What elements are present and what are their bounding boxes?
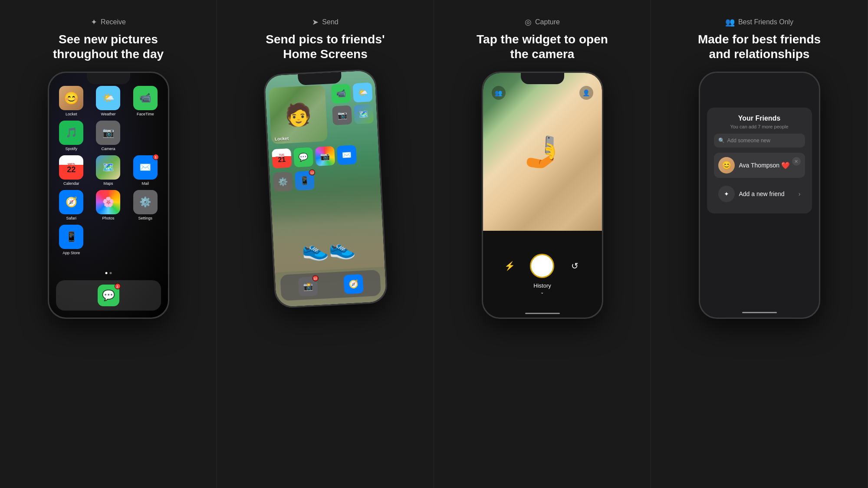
phone-screen-2: 📹 🌤️ 📷 🗺️ 🧑 Locket TUE <box>264 70 387 308</box>
app-maps: 🗺️ Maps <box>92 155 125 186</box>
app-empty1 <box>129 121 161 151</box>
ios-locket-bg: 📹 🌤️ 📷 🗺️ 🧑 Locket TUE <box>264 70 387 308</box>
safari-icon: 🧭 <box>59 190 83 214</box>
friends-icon-btn: 👥 <box>492 86 506 100</box>
camera-top-bar: 👥 👤 <box>483 86 602 100</box>
friends-panel-title: Your Friends <box>714 115 805 122</box>
flash-button[interactable]: ⚡ <box>503 259 516 273</box>
app-label-maps: Maps <box>103 181 113 186</box>
receive-label: Receive <box>101 18 126 26</box>
phone-notch-1 <box>87 73 130 84</box>
panel-send-header: ➤ Send Send pics to friends' Home Screen… <box>256 17 395 61</box>
ava-heart-emoji: ❤️ <box>781 161 790 170</box>
app-label-mail: Mail <box>142 181 149 186</box>
panel-capture: ◎ Capture Tap the widget to open the cam… <box>434 0 651 488</box>
phone-screen-1: 😊 Locket 🌤️ Weather 📹 FaceTime 🎵 <box>49 73 168 318</box>
p2-dock-app1: 📸 12 <box>298 277 318 297</box>
page-dot-1 <box>105 272 107 274</box>
panel-capture-header: ◎ Capture Tap the widget to open the cam… <box>473 17 612 61</box>
capture-label: Capture <box>535 18 560 26</box>
send-arrow-icon: ➤ <box>312 17 319 27</box>
messages-badge: 2 <box>115 283 121 289</box>
panel-best-friends-header: 👥 Best Friends Only Made for best friend… <box>690 17 829 61</box>
phone-receive: 😊 Locket 🌤️ Weather 📹 FaceTime 🎵 <box>48 72 169 319</box>
empty-slot-1 <box>133 121 158 145</box>
shoes-emoji: 👟👟 <box>269 154 385 273</box>
best-friends-title: Made for best friends and relationships <box>690 32 829 61</box>
app-label-appstore: App Store <box>62 251 80 255</box>
profile-icon-btn: 👤 <box>579 86 593 100</box>
settings-icon: ⚙️ <box>133 190 158 214</box>
history-label: History <box>533 282 551 289</box>
history-chevron-icon: ⌄ <box>540 290 544 295</box>
phone-screen-3: 👥 👤 🤳 ⚡ ↺ <box>483 73 602 318</box>
facetime-icon: 📹 <box>133 86 158 110</box>
home-indicator-3 <box>525 313 560 314</box>
capture-title: Tap the widget to open the camera <box>473 32 612 61</box>
capture-circle-icon: ◎ <box>525 17 532 27</box>
app-mail: ✉️ 1 Mail <box>129 155 161 186</box>
locket-widget: 😊 <box>59 86 83 110</box>
camera-controls: ⚡ ↺ History ⌄ <box>483 231 602 318</box>
app-safari: 🧭 Safari <box>55 190 88 220</box>
send-label: Send <box>322 18 338 26</box>
flip-camera-button[interactable]: ↺ <box>568 259 582 273</box>
app-label-camera: Camera <box>101 147 115 151</box>
plus-icon: ✦ <box>724 190 729 197</box>
receive-icon-label: ✦ Receive <box>91 17 126 27</box>
ava-name: Ava Thompson <box>739 162 780 169</box>
add-someone-search[interactable]: 🔍 Add someone new <box>714 134 805 147</box>
app-label-safari: Safari <box>66 216 76 220</box>
receive-title: See new pictures throughout the day <box>39 32 178 61</box>
panel-send: ➤ Send Send pics to friends' Home Screen… <box>217 0 434 488</box>
panel-receive: ✦ Receive See new pictures throughout th… <box>0 0 217 488</box>
calendar-icon: WED 22 <box>59 155 83 180</box>
appstore-icon: 📱 <box>59 225 83 249</box>
phone-notch-3 <box>521 73 564 84</box>
phone-best-friends: Your Friends You can add 7 more people 🔍… <box>699 72 820 319</box>
camera-icon: 📷 <box>96 121 120 145</box>
best-friends-icon-label: 👥 Best Friends Only <box>725 17 793 27</box>
app-camera: 📷 Camera <box>92 121 125 151</box>
photos-icon: 🌸 <box>96 190 120 214</box>
app-label-locket: Locket <box>66 112 77 116</box>
friends-bg: Your Friends You can add 7 more people 🔍… <box>700 73 819 318</box>
p2-weather-icon: 🌤️ <box>352 82 372 102</box>
phone2-locket-label: Locket <box>274 136 289 141</box>
phone-notch-4 <box>738 73 781 84</box>
p2-dock-safari: 🧭 <box>343 274 363 294</box>
page-dot-2 <box>109 272 112 274</box>
maps-icon: 🗺️ <box>96 155 120 180</box>
search-icon: 🔍 <box>718 138 725 144</box>
p2-maps-icon: 🗺️ <box>354 104 374 124</box>
app-label-weather: Weather <box>101 112 116 116</box>
app-locket: 😊 Locket <box>55 86 88 116</box>
page-dots <box>105 272 112 274</box>
ava-avatar: 😊 <box>718 157 735 174</box>
history-section: History ⌄ <box>533 282 551 295</box>
phone2-top-row2: 📷 🗺️ <box>332 104 374 125</box>
panel-best-friends: 👥 Best Friends Only Made for best friend… <box>651 0 868 488</box>
p2-facetime-icon: 📹 <box>331 84 351 104</box>
mail-badge: 1 <box>153 154 159 160</box>
search-placeholder-text: Add someone new <box>727 138 770 144</box>
camera-bg: 👥 👤 🤳 ⚡ ↺ <box>483 73 602 318</box>
weather-icon: 🌤️ <box>96 86 120 110</box>
phone2-dock: 📸 12 🧭 <box>280 270 381 301</box>
app-appstore: 📱 App Store <box>55 225 88 255</box>
friends-silhouette-icon: 👥 <box>725 17 735 27</box>
shutter-button[interactable] <box>530 254 554 278</box>
app-photos: 🌸 Photos <box>92 190 125 220</box>
add-friend-row[interactable]: ✦ Add a new friend › <box>714 181 805 206</box>
phone2-top-row1: 📹 🌤️ <box>331 82 372 104</box>
best-friends-label: Best Friends Only <box>738 18 793 26</box>
phone2-top-right-apps: 📹 🌤️ 📷 🗺️ <box>331 82 374 125</box>
phone1-dock: 💬 2 <box>56 280 161 311</box>
p2-camera-icon: 📷 <box>332 105 352 125</box>
send-title: Send pics to friends' Home Screens <box>256 32 395 61</box>
mail-icon: ✉️ 1 <box>133 155 158 180</box>
app-facetime: 📹 FaceTime <box>129 86 161 116</box>
dock-messages-icon: 💬 2 <box>98 285 119 306</box>
locket-face-photo: 😊 <box>59 86 83 110</box>
remove-friend-button[interactable]: ✕ <box>792 157 801 166</box>
